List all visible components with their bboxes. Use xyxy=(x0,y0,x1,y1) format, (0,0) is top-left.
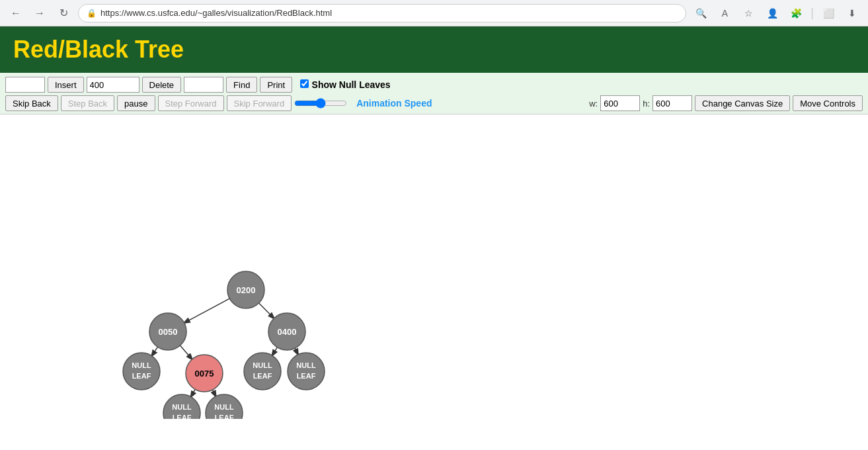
canvas-area: 0200005004000075NULLLEAFNULLLEAFNULLLEAF… xyxy=(0,114,868,419)
svg-text:LEAF: LEAF xyxy=(132,372,151,380)
delete-button[interactable]: Delete xyxy=(142,77,182,93)
controls-area: Insert Delete Find Print Show Null Leave… xyxy=(0,73,868,114)
page-title: Red/Black Tree xyxy=(13,36,184,64)
svg-point-20 xyxy=(244,353,281,390)
app-header: Red/Black Tree xyxy=(0,26,868,73)
svg-line-2 xyxy=(259,303,274,318)
svg-text:LEAF: LEAF xyxy=(253,372,272,380)
font-button[interactable]: A xyxy=(715,4,734,22)
show-null-label: Show Null Leaves xyxy=(312,79,391,90)
animation-speed-label: Animation Speed xyxy=(356,98,432,109)
zoom-button[interactable]: 🔍 xyxy=(691,4,710,22)
w-label: w: xyxy=(589,99,598,109)
svg-line-3 xyxy=(152,347,158,355)
url-text: https://www.cs.usfca.edu/~galles/visuali… xyxy=(100,8,678,18)
sidebar-button[interactable]: ⬜ xyxy=(819,4,838,22)
profile-button[interactable]: 👤 xyxy=(763,4,781,22)
browser-icons: 🔍 A ☆ 👤 🧩 | ⬜ ⬇ xyxy=(691,4,861,22)
skip-forward-button[interactable]: Skip Forward xyxy=(227,95,292,111)
separator: | xyxy=(810,6,814,20)
extensions-button[interactable]: 🧩 xyxy=(787,4,805,22)
svg-line-7 xyxy=(191,389,195,396)
address-bar[interactable]: 🔒 https://www.cs.usfca.edu/~galles/visua… xyxy=(78,4,686,22)
h-label: h: xyxy=(643,99,650,109)
svg-text:LEAF: LEAF xyxy=(215,414,234,419)
insert-input[interactable] xyxy=(5,77,45,93)
bookmark-button[interactable]: ☆ xyxy=(739,4,758,22)
step-back-button[interactable]: Step Back xyxy=(61,95,114,111)
move-controls-button[interactable]: Move Controls xyxy=(793,95,863,111)
svg-line-5 xyxy=(272,347,278,355)
controls-row-2: Skip Back Step Back pause Step Forward S… xyxy=(5,95,863,111)
tree-svg: 0200005004000075NULLLEAFNULLLEAFNULLLEAF… xyxy=(0,114,868,419)
back-button[interactable]: ← xyxy=(7,4,25,22)
download-button[interactable]: ⬇ xyxy=(843,4,861,22)
pause-button[interactable]: pause xyxy=(117,95,155,111)
insert-button[interactable]: Insert xyxy=(48,77,84,93)
height-input[interactable] xyxy=(652,95,692,111)
delete-input[interactable] xyxy=(87,77,139,93)
svg-text:LEAF: LEAF xyxy=(297,372,316,380)
svg-line-8 xyxy=(213,390,216,396)
change-canvas-button[interactable]: Change Canvas Size xyxy=(695,95,790,111)
svg-text:0200: 0200 xyxy=(237,285,256,295)
find-button[interactable]: Find xyxy=(226,77,257,93)
forward-button[interactable]: → xyxy=(30,4,49,22)
svg-text:NULL: NULL xyxy=(132,361,151,369)
svg-text:NULL: NULL xyxy=(253,361,272,369)
find-input[interactable] xyxy=(184,77,223,93)
skip-back-button[interactable]: Skip Back xyxy=(5,95,58,111)
checkbox-wrapper[interactable]: Show Null Leaves xyxy=(300,79,391,91)
svg-text:NULL: NULL xyxy=(296,361,316,369)
svg-line-1 xyxy=(184,298,230,323)
step-forward-button[interactable]: Step Forward xyxy=(158,95,224,111)
svg-text:0050: 0050 xyxy=(159,327,178,337)
speed-slider[interactable] xyxy=(294,98,347,109)
svg-text:0400: 0400 xyxy=(278,327,297,337)
controls-row-1: Insert Delete Find Print Show Null Leave… xyxy=(5,77,863,93)
svg-point-17 xyxy=(123,353,160,390)
svg-text:LEAF: LEAF xyxy=(173,414,192,419)
refresh-button[interactable]: ↻ xyxy=(54,4,73,22)
canvas-size-group: w: h: Change Canvas Size Move Controls xyxy=(589,95,863,111)
svg-line-6 xyxy=(295,348,298,355)
svg-text:NULL: NULL xyxy=(214,403,234,411)
print-button[interactable]: Print xyxy=(260,77,292,93)
width-input[interactable] xyxy=(600,95,640,111)
browser-chrome: ← → ↻ 🔒 https://www.cs.usfca.edu/~galles… xyxy=(0,0,868,26)
show-null-checkbox[interactable] xyxy=(300,79,309,88)
svg-text:NULL: NULL xyxy=(172,403,192,411)
svg-point-23 xyxy=(288,353,325,390)
lock-icon: 🔒 xyxy=(87,9,97,18)
svg-line-4 xyxy=(180,345,192,359)
svg-text:0075: 0075 xyxy=(195,369,214,379)
